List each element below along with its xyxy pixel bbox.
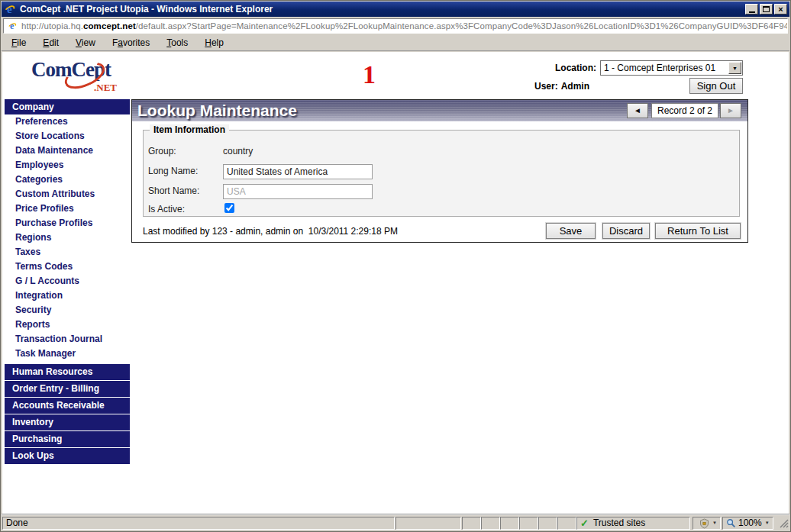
record-next-button[interactable]: ► (720, 103, 741, 118)
sidebar-item-integration[interactable]: Integration (5, 289, 130, 303)
sidebar-item-taxes[interactable]: Taxes (5, 245, 130, 260)
is-active-checkbox[interactable] (224, 203, 234, 213)
panel-footer: Last modified by 123 - admin, admin on 1… (132, 220, 747, 242)
chevron-down-icon: ▼ (732, 66, 738, 71)
url-input[interactable]: e http://utopia.hq.comcept.net/default.a… (3, 18, 788, 34)
group-label: Group: (148, 146, 176, 156)
sidebar-item-gl-accounts[interactable]: G / L Accounts (5, 274, 130, 289)
maximize-button[interactable] (760, 4, 773, 15)
location-dropdown[interactable]: 1 - Comcept Enterprises 01 ▼ (600, 60, 743, 76)
long-name-field[interactable] (223, 164, 373, 179)
security-zone-panel: ✓ Trusted sites (576, 517, 690, 530)
sidebar-section-inventory[interactable]: Inventory (5, 414, 130, 430)
is-active-label: Is Active: (148, 204, 185, 214)
url-domain: comcept.net (83, 21, 136, 31)
save-button[interactable]: Save (546, 223, 596, 239)
comcept-logo: ComCept .NET (31, 58, 131, 95)
sidebar-item-transaction-journal[interactable]: Transaction Journal (5, 332, 130, 347)
sidebar-item-data-maintenance[interactable]: Data Maintenance (5, 143, 130, 158)
window-titlebar: e ComCept .NET Project Utopia - Windows … (2, 2, 789, 17)
sidebar-section-purchasing[interactable]: Purchasing (5, 431, 130, 447)
window-controls: × (744, 4, 787, 15)
menu-file[interactable]: File (3, 36, 34, 50)
sidebar-section-company[interactable]: Company (5, 99, 130, 114)
sidebar-sections: Human Resources Order Entry - Billing Ac… (5, 364, 130, 464)
menu-help[interactable]: Help (196, 36, 232, 50)
user-value: Admin (561, 81, 589, 92)
minimize-icon (749, 11, 755, 13)
menu-favorites[interactable]: Favorites (104, 36, 158, 50)
maximize-icon (763, 6, 770, 12)
trusted-check-icon: ✓ (580, 517, 589, 529)
close-icon: × (778, 5, 783, 14)
panel-header: Lookup Maintenance ◄ Record 2 of 2 ► (132, 100, 747, 121)
menu-tools[interactable]: Tools (158, 36, 196, 50)
sidebar-nav: Company Preferences Store Locations Data… (5, 99, 130, 465)
sidebar-section-order-entry-billing[interactable]: Order Entry - Billing (5, 381, 130, 397)
status-panel (538, 517, 557, 530)
url-prefix: http://utopia.hq. (21, 21, 83, 31)
short-name-field[interactable] (223, 184, 373, 199)
group-value: country (223, 146, 253, 156)
ie-e-glyph: e (10, 21, 14, 31)
sidebar-item-custom-attributes[interactable]: Custom Attributes (5, 187, 130, 202)
window-title: ComCept .NET Project Utopia - Windows In… (20, 4, 273, 15)
return-to-list-button[interactable]: Return To List (655, 223, 741, 239)
location-dropdown-button[interactable]: ▼ (728, 62, 741, 74)
sidebar-item-categories[interactable]: Categories (5, 172, 130, 187)
item-information-fieldset: Item Information Group: country Long Nam… (143, 130, 740, 217)
menu-bar: File Edit View Favorites Tools Help (2, 35, 789, 51)
next-arrow-icon: ► (727, 107, 734, 114)
sidebar-item-price-profiles[interactable]: Price Profiles (5, 202, 130, 216)
url-text: http://utopia.hq.comcept.net/default.asp… (21, 21, 788, 31)
magnifier-icon (726, 518, 736, 528)
sidebar-item-employees[interactable]: Employees (5, 158, 130, 172)
smartscreen-button[interactable]: ▼ (693, 517, 721, 530)
security-zone-label: Trusted sites (593, 517, 645, 529)
resize-grip[interactable] (778, 517, 789, 528)
logo-net-text: .NET (94, 82, 117, 94)
minimize-button[interactable] (745, 4, 758, 15)
sidebar-item-reports[interactable]: Reports (5, 318, 130, 332)
status-panel (519, 517, 538, 530)
sidebar-item-purchase-profiles[interactable]: Purchase Profiles (5, 216, 130, 231)
sidebar-item-regions[interactable]: Regions (5, 231, 130, 245)
fieldset-legend: Item Information (150, 124, 229, 135)
sidebar-item-terms-codes[interactable]: Terms Codes (5, 260, 130, 274)
discard-button[interactable]: Discard (602, 223, 650, 239)
sidebar-section-human-resources[interactable]: Human Resources (5, 364, 130, 380)
short-name-label: Short Name: (148, 185, 199, 196)
status-panel (557, 517, 576, 530)
status-panel (462, 517, 481, 530)
location-label: Location: (489, 63, 596, 73)
red-annotation-1: 1 (363, 62, 376, 88)
lookup-maintenance-panel: Lookup Maintenance ◄ Record 2 of 2 ► Ite… (131, 99, 748, 243)
sidebar-item-preferences[interactable]: Preferences (5, 114, 130, 129)
status-panel (396, 517, 461, 530)
record-prev-button[interactable]: ◄ (627, 103, 648, 118)
sidebar-section-look-ups[interactable]: Look Ups (5, 448, 130, 464)
url-path: /default.aspx?StartPage=Maintenance%2FLo… (136, 21, 788, 31)
long-name-label: Long Name: (148, 166, 198, 176)
chevron-down-icon: ▼ (712, 517, 717, 529)
sidebar-item-security[interactable]: Security (5, 303, 130, 318)
close-button[interactable]: × (774, 4, 787, 15)
status-bar: Done ✓ Trusted sites ▼ 100% ▼ (2, 514, 789, 530)
status-text: Done (2, 517, 395, 530)
sign-out-button[interactable]: Sign Out (689, 78, 743, 94)
page-title: Lookup Maintenance (137, 100, 297, 121)
menu-view[interactable]: View (67, 36, 104, 50)
sidebar-section-accounts-receivable[interactable]: Accounts Receivable (5, 398, 130, 414)
status-panel (481, 517, 500, 530)
page-favicon-icon: e (8, 21, 18, 31)
user-label: User: (534, 81, 558, 92)
status-panel (500, 517, 519, 530)
menu-edit[interactable]: Edit (34, 36, 67, 50)
last-modified-text: Last modified by 123 - admin, admin on 1… (143, 226, 398, 237)
zoom-button[interactable]: 100% ▼ (722, 517, 773, 530)
sidebar-item-task-manager[interactable]: Task Manager (5, 347, 130, 361)
sidebar-item-store-locations[interactable]: Store Locations (5, 129, 130, 143)
chevron-down-icon: ▼ (765, 517, 770, 529)
record-counter: Record 2 of 2 (651, 103, 718, 118)
address-bar: e http://utopia.hq.comcept.net/default.a… (2, 17, 789, 35)
